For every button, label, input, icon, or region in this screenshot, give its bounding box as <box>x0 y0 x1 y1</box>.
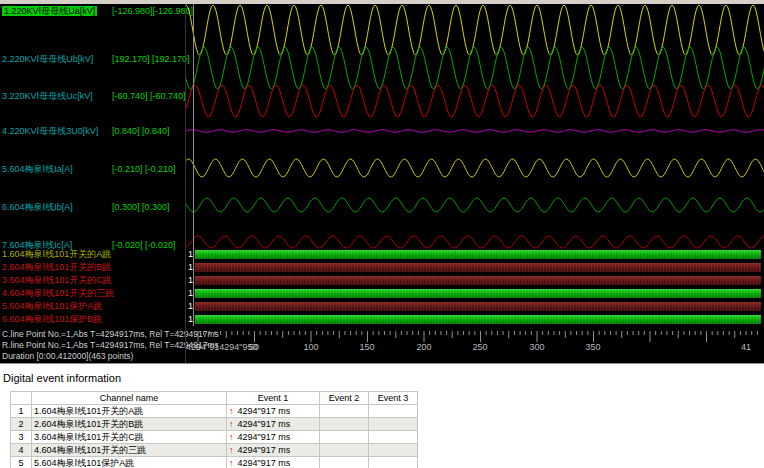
waveform-viewer: 1.220KVⅠ母母线Ua[kV][-126.980][-126.980]2.2… <box>0 0 764 363</box>
event-1-time: 4294"917 ms <box>238 445 291 455</box>
rising-edge-icon: ↑ <box>229 419 234 429</box>
analog-channel-label[interactable]: 5.604梅泉Ⅰ线Ia[A] <box>2 164 73 174</box>
cursor-line[interactable] <box>193 4 194 326</box>
event-row-number: 1 <box>11 405 32 418</box>
analog-channel-row[interactable]: 4.220KVⅠ母母线3U0[kV][0.840] [0.840] <box>2 126 98 137</box>
digital-state-bar <box>195 315 761 324</box>
analog-channel-label[interactable]: 4.220KVⅠ母母线3U0[kV] <box>2 126 98 136</box>
event-1-time: 4294"917 ms <box>238 432 291 442</box>
axis-tick-label: 0 <box>195 342 200 352</box>
event-table-col-header: Event 1 <box>227 392 320 405</box>
rising-edge-icon: ↑ <box>229 445 234 455</box>
rising-edge-icon: ↑ <box>229 406 234 416</box>
digital-state-bar <box>195 263 761 272</box>
analog-channel-values: [-126.980][-126.980] <box>112 6 193 17</box>
analog-channel-label[interactable]: 6.604梅泉Ⅰ线Ib[A] <box>2 202 73 212</box>
digital-channel-label[interactable]: 5.604梅泉Ⅰ线101保护A跳 <box>2 301 102 312</box>
waveform-trace <box>186 47 764 89</box>
event-2-cell <box>320 457 369 468</box>
digital-bar-row[interactable]: 1 <box>186 262 764 273</box>
event-1-cell: ↑4294"917 ms <box>227 405 320 418</box>
event-table-row[interactable]: 22.604梅泉Ⅰ线101开关的B跳↑4294"917 ms <box>11 418 418 431</box>
analog-channel-row[interactable]: 6.604梅泉Ⅰ线Ib[A][0.300] [0.300] <box>2 202 73 213</box>
event-1-cell: ↑4294"917 ms <box>227 418 320 431</box>
rising-edge-icon: ↑ <box>229 458 234 468</box>
event-table-row[interactable]: 55.604梅泉Ⅰ线101保护A跳↑4294"917 ms <box>11 457 418 468</box>
axis-tick-label: 100 <box>303 342 318 352</box>
event-table-row[interactable]: 44.604梅泉Ⅰ线101开关的三跳↑4294"917 ms <box>11 444 418 457</box>
waveform-trace <box>186 159 764 177</box>
event-table-col-header: Channel name <box>32 392 227 405</box>
axis-tick-label: 300 <box>529 342 544 352</box>
axis-tick-label: 250 <box>472 342 487 352</box>
digital-state-bar <box>195 289 761 298</box>
event-channel-name: 1.604梅泉Ⅰ线101开关的A跳 <box>32 405 227 418</box>
analog-channel-row[interactable]: 1.220KVⅠ母母线Ua[kV][-126.980][-126.980] <box>2 6 97 17</box>
event-row-number: 4 <box>11 444 32 457</box>
digital-bar-row[interactable]: 1 <box>186 275 764 286</box>
analog-channel-values: [0.840] [0.840] <box>112 126 170 137</box>
digital-channel-label[interactable]: 2.604梅泉Ⅰ线101开关的B跳 <box>2 262 111 273</box>
waveform-trace <box>186 130 764 132</box>
analog-channel-values: [192.170] [192.170] <box>112 54 190 65</box>
event-panel-title: Digital event information <box>3 372 121 384</box>
wave-area[interactable]: 111111 4294"914294"950050100150200250300… <box>185 4 764 363</box>
digital-state-bar <box>195 302 761 311</box>
event-table-row[interactable]: 33.604梅泉Ⅰ线101开关的C跳↑4294"917 ms <box>11 431 418 444</box>
analog-channel-values: [-0.020] [-0.020] <box>112 240 176 251</box>
digital-channel-label[interactable]: 3.604梅泉Ⅰ线101开关的C跳 <box>2 275 112 286</box>
event-row-number: 3 <box>11 431 32 444</box>
digital-channel-label[interactable]: 4.604梅泉Ⅰ线101开关的三跳 <box>2 288 114 299</box>
event-channel-name: 5.604梅泉Ⅰ线101保护A跳 <box>32 457 227 468</box>
digital-bar-row[interactable]: 1 <box>186 288 764 299</box>
event-table-col-header: Event 2 <box>320 392 369 405</box>
event-3-cell <box>369 444 418 457</box>
event-1-time: 4294"917 ms <box>238 458 291 468</box>
axis-tick-label: 50 <box>249 342 259 352</box>
event-table-body: 11.604梅泉Ⅰ线101开关的A跳↑4294"917 ms22.604梅泉Ⅰ线… <box>11 405 418 468</box>
digital-channel-label[interactable]: 1.604梅泉Ⅰ线101开关的A跳 <box>2 249 111 260</box>
event-3-cell <box>369 457 418 468</box>
event-1-time: 4294"917 ms <box>238 406 291 416</box>
waveform-trace <box>186 198 764 212</box>
event-1-cell: ↑4294"917 ms <box>227 431 320 444</box>
event-2-cell <box>320 418 369 431</box>
event-1-time: 4294"917 ms <box>238 419 291 429</box>
analog-channel-row[interactable]: 3.220KVⅠ母母线Uc[kV][-60.740] [-60.740] <box>2 91 93 102</box>
time-axis-labels: 4294"914294"95005010015020025030035041 <box>186 342 764 354</box>
analog-channel-row[interactable]: 5.604梅泉Ⅰ线Ia[A][-0.210] [-0.210] <box>2 164 73 175</box>
digital-bar-row[interactable]: 1 <box>186 301 764 312</box>
rising-edge-icon: ↑ <box>229 432 234 442</box>
event-2-cell <box>320 444 369 457</box>
event-table-col-header <box>11 392 32 405</box>
event-panel: Digital event information Channel nameEv… <box>0 363 764 468</box>
digital-bar-row[interactable]: 1 <box>186 314 764 325</box>
analog-channel-label[interactable]: 3.220KVⅠ母母线Uc[kV] <box>2 91 93 101</box>
event-1-cell: ↑4294"917 ms <box>227 457 320 468</box>
event-table-col-header: Event 3 <box>369 392 418 405</box>
channel-panel: 1.220KVⅠ母母线Ua[kV][-126.980][-126.980]2.2… <box>0 0 185 363</box>
digital-bar-row[interactable]: 1 <box>186 249 764 260</box>
digital-state-bar <box>195 276 761 285</box>
event-channel-name: 3.604梅泉Ⅰ线101开关的C跳 <box>32 431 227 444</box>
digital-channel-label[interactable]: 6.604梅泉Ⅰ线101保护B跳 <box>2 314 102 325</box>
event-table-header: Channel nameEvent 1Event 2Event 3 <box>11 392 418 405</box>
event-3-cell <box>369 431 418 444</box>
axis-tick-label: 350 <box>585 342 600 352</box>
waveform-trace <box>186 85 764 117</box>
analog-channel-label[interactable]: 1.220KVⅠ母母线Ua[kV] <box>2 6 97 16</box>
event-channel-name: 2.604梅泉Ⅰ线101开关的B跳 <box>32 418 227 431</box>
event-table: Channel nameEvent 1Event 2Event 3 11.604… <box>10 391 418 468</box>
event-table-row[interactable]: 11.604梅泉Ⅰ线101开关的A跳↑4294"917 ms <box>11 405 418 418</box>
analog-channel-row[interactable]: 2.220KVⅠ母母线Ub[kV][192.170] [192.170] <box>2 54 93 65</box>
analog-waveforms <box>186 4 764 250</box>
analog-channel-values: [-0.210] [-0.210] <box>112 164 176 175</box>
waveform-trace <box>186 236 764 248</box>
analog-channel-label[interactable]: 2.220KVⅠ母母线Ub[kV] <box>2 54 93 64</box>
event-2-cell <box>320 405 369 418</box>
event-channel-name: 4.604梅泉Ⅰ线101开关的三跳 <box>32 444 227 457</box>
event-row-number: 2 <box>11 418 32 431</box>
event-row-number: 5 <box>11 457 32 468</box>
event-1-cell: ↑4294"917 ms <box>227 444 320 457</box>
axis-tick-label: 150 <box>359 342 374 352</box>
